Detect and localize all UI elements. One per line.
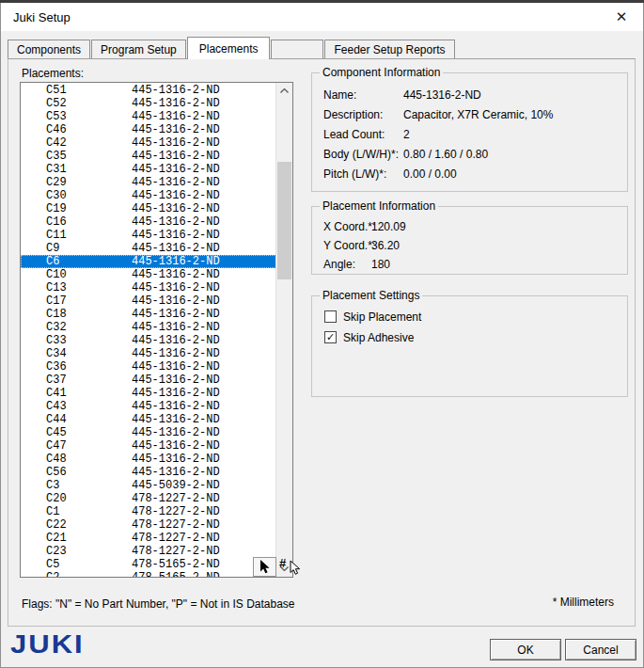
list-item[interactable]: C53445-1316-2-ND: [21, 110, 276, 123]
checkbox-skip-placement[interactable]: [324, 310, 337, 323]
list-item[interactable]: C48445-1316-2-ND: [21, 453, 276, 466]
list-item[interactable]: C46445-1316-2-ND: [21, 123, 276, 136]
refdes-cell: C37: [46, 374, 67, 387]
placements-list-rows: C51445-1316-2-NDC52445-1316-2-NDC53445-1…: [21, 84, 276, 578]
cursor-arrow-icon: [259, 560, 270, 574]
refdes-cell: C21: [46, 532, 67, 545]
part-number-cell: 445-1316-2-ND: [132, 110, 220, 123]
tab-blank[interactable]: [271, 40, 323, 58]
part-number-cell: 445-1316-2-ND: [132, 387, 220, 400]
scrollbar-thumb[interactable]: [277, 162, 291, 279]
list-item[interactable]: C42445-1316-2-ND: [21, 136, 276, 150]
list-item[interactable]: C51445-1316-2-ND: [21, 84, 276, 97]
refdes-cell: C23: [46, 545, 67, 558]
list-item[interactable]: C6445-1316-2-ND: [21, 255, 276, 268]
refdes-cell: C43: [46, 400, 67, 413]
refdes-cell: C31: [46, 163, 67, 176]
ok-button[interactable]: OK: [490, 639, 561, 660]
list-item[interactable]: C47445-1316-2-ND: [21, 439, 276, 453]
refdes-cell: C5: [46, 558, 59, 571]
window-title: Juki Setup: [13, 10, 71, 24]
placement-information-title: Placement Information: [320, 199, 438, 213]
list-item[interactable]: C13445-1316-2-ND: [21, 281, 276, 294]
field-label: Angle:: [323, 258, 355, 271]
field-value: 0.80 / 1.60 / 0.80: [403, 148, 488, 161]
part-number-cell: 445-1316-2-ND: [132, 374, 220, 387]
part-number-cell: 445-1316-2-ND: [132, 360, 220, 374]
list-item[interactable]: C41445-1316-2-ND: [21, 387, 276, 400]
refdes-cell: C33: [46, 334, 67, 347]
list-item[interactable]: C43445-1316-2-ND: [21, 400, 276, 413]
close-button[interactable]: ✕: [605, 3, 637, 31]
cancel-button[interactable]: Cancel: [565, 639, 636, 660]
list-item[interactable]: C35445-1316-2-ND: [21, 150, 276, 163]
checkbox-skip-adhesive[interactable]: ✓: [324, 331, 337, 343]
tab-placements[interactable]: Placements: [187, 37, 271, 59]
list-item[interactable]: C19445-1316-2-ND: [21, 202, 276, 215]
field-row: Angle:180: [312, 254, 627, 273]
list-item[interactable]: C21478-1227-2-ND: [21, 532, 276, 545]
field-value: Capacitor, X7R Ceramic, 10%: [403, 108, 553, 121]
placement-settings-checkboxes: Skip Placement✓Skip Adhesive: [312, 308, 627, 349]
field-row: Pitch (L/W)*:0.00 / 0.00: [312, 164, 627, 183]
list-item[interactable]: C11445-1316-2-ND: [21, 229, 276, 242]
title-bar: Juki Setup ✕: [1, 3, 643, 31]
list-item[interactable]: C23478-1227-2-ND: [21, 545, 276, 558]
list-item[interactable]: C16445-1316-2-ND: [21, 215, 276, 229]
juki-logo: JUKI: [10, 628, 85, 660]
list-item[interactable]: C2478-5165-2-ND: [21, 571, 276, 578]
checkbox-row-skip-placement: Skip Placement: [312, 308, 627, 328]
list-item[interactable]: C10445-1316-2-ND: [21, 268, 276, 281]
list-item[interactable]: C33445-1316-2-ND: [21, 334, 276, 347]
part-number-cell: 445-1316-2-ND: [132, 215, 220, 229]
field-row: X Coord.*:120.09: [312, 216, 627, 235]
tab-label: Components: [17, 43, 81, 56]
list-item[interactable]: C37445-1316-2-ND: [21, 374, 276, 387]
list-item[interactable]: C3445-5039-2-ND: [21, 479, 276, 492]
list-item[interactable]: C31445-1316-2-ND: [21, 163, 276, 176]
list-item[interactable]: C32445-1316-2-ND: [21, 321, 276, 334]
list-item[interactable]: C34445-1316-2-ND: [21, 347, 276, 360]
refdes-cell: C9: [46, 242, 59, 255]
tab-program-setup[interactable]: Program Setup: [91, 40, 186, 58]
pointer-tool-button[interactable]: [253, 557, 276, 577]
list-item[interactable]: C45445-1316-2-ND: [21, 426, 276, 439]
checkbox-row-skip-adhesive: ✓Skip Adhesive: [312, 328, 627, 349]
list-item[interactable]: C20478-1227-2-ND: [21, 492, 276, 505]
refdes-cell: C41: [46, 387, 67, 400]
list-item[interactable]: C56445-1316-2-ND: [21, 466, 276, 479]
placement-information-groupbox: Placement Information X Coord.*:120.09Y …: [311, 206, 628, 275]
list-item[interactable]: C5478-5165-2-ND: [21, 558, 276, 571]
placements-listbox[interactable]: C51445-1316-2-NDC52445-1316-2-NDC53445-1…: [20, 82, 293, 578]
list-item[interactable]: C36445-1316-2-ND: [21, 360, 276, 374]
list-item[interactable]: C1478-1227-2-ND: [21, 505, 276, 518]
refdes-cell: C1: [46, 505, 59, 518]
part-number-cell: 478-5165-2-ND: [132, 558, 220, 571]
list-item[interactable]: C44445-1316-2-ND: [21, 413, 276, 426]
tab-components[interactable]: Components: [8, 40, 90, 58]
millimeters-note: * Millimeters: [553, 596, 614, 609]
list-item[interactable]: C9445-1316-2-ND: [21, 242, 276, 255]
list-item[interactable]: C52445-1316-2-ND: [21, 97, 276, 110]
scroll-up-button[interactable]: [276, 83, 292, 99]
placements-tab-page: Placements: C51445-1316-2-NDC52445-1316-…: [8, 58, 636, 627]
field-row: Name:445-1316-2-ND: [312, 85, 627, 104]
list-item[interactable]: C30445-1316-2-ND: [21, 189, 276, 202]
vertical-scrollbar[interactable]: [275, 83, 292, 577]
part-number-cell: 445-1316-2-ND: [132, 136, 220, 150]
list-item[interactable]: C22478-1227-2-ND: [21, 518, 276, 532]
tab-feeder-setup-reports[interactable]: Feeder Setup Reports: [324, 40, 454, 58]
juki-setup-dialog: Juki Setup ✕ ComponentsProgram SetupPlac…: [0, 0, 644, 668]
part-number-cell: 445-1316-2-ND: [132, 334, 220, 347]
refdes-cell: C17: [46, 294, 67, 308]
list-item[interactable]: C18445-1316-2-ND: [21, 308, 276, 321]
refdes-cell: C10: [46, 268, 67, 281]
list-item[interactable]: C17445-1316-2-ND: [21, 294, 276, 308]
component-information-groupbox: Component Information Name:445-1316-2-ND…: [311, 72, 628, 192]
refdes-cell: C36: [46, 360, 67, 374]
refdes-cell: C46: [46, 123, 67, 136]
placement-settings-title: Placement Settings: [320, 289, 422, 302]
part-number-cell: 445-1316-2-ND: [132, 321, 220, 334]
list-item[interactable]: C29445-1316-2-ND: [21, 176, 276, 189]
refdes-cell: C34: [46, 347, 67, 360]
